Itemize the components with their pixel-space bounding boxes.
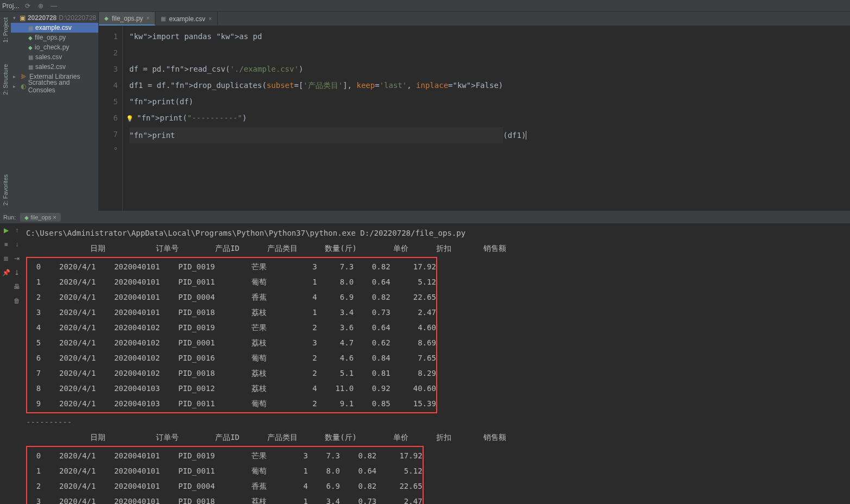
pin-icon[interactable]: 📌: [1, 268, 11, 278]
reload-icon[interactable]: ⟳: [23, 2, 32, 10]
scratches[interactable]: ▸◐ Scratches and Consoles: [11, 81, 98, 91]
run-icon[interactable]: ▶: [1, 225, 11, 235]
side-tab-favorites[interactable]: 2: Favorites: [2, 174, 9, 205]
breadcrumb-bar: Proj... ⟳ ⊕ —: [0, 0, 850, 12]
trash-icon[interactable]: 🗑: [12, 296, 22, 306]
run-toolbar: ▶ ■ ≣ 📌 ↑ ↓ ⇥ ⤓ 🖶 🗑: [0, 223, 23, 504]
down-icon[interactable]: ↓: [12, 240, 22, 249]
wrap-icon[interactable]: ⇥: [12, 254, 22, 263]
side-tab-structure[interactable]: 2: Structure: [2, 64, 9, 95]
tab-example.csv[interactable]: ▦ example.csv ×: [155, 12, 218, 26]
project-root[interactable]: ▾▣ 20220728 D:\20220728: [11, 13, 98, 23]
project-sidebar: ▾▣ 20220728 D:\20220728▦ example.csv◆ fi…: [11, 12, 99, 211]
run-label: Run:: [3, 214, 16, 220]
file-sales2.csv[interactable]: ▦ sales2.csv: [11, 62, 98, 72]
collapse-icon[interactable]: —: [49, 2, 58, 10]
breadcrumb[interactable]: Proj...: [2, 2, 19, 10]
compass-icon[interactable]: ⊕: [36, 2, 45, 10]
print-icon[interactable]: 🖶: [12, 282, 22, 292]
side-tab-project[interactable]: 1: Project: [2, 17, 9, 42]
scroll-icon[interactable]: ⤓: [12, 268, 22, 278]
file-io_check.py[interactable]: ◆ io_check.py: [11, 42, 98, 52]
file-sales.csv[interactable]: ▦ sales.csv: [11, 52, 98, 62]
up-icon[interactable]: ↑: [12, 225, 22, 235]
run-tab[interactable]: ◆ file_ops ×: [20, 213, 60, 222]
console-output[interactable]: C:\Users\Administrator\AppData\Local\Pro…: [23, 223, 850, 504]
line-gutter: 1234567°: [99, 26, 123, 211]
editor-tabbar: ◆ file_ops.py ×▦ example.csv ×: [99, 12, 850, 26]
layout-icon[interactable]: ≣: [1, 254, 11, 263]
close-icon[interactable]: ×: [146, 15, 149, 21]
stop-icon[interactable]: ■: [1, 240, 11, 249]
tab-file_ops.py[interactable]: ◆ file_ops.py ×: [99, 12, 155, 26]
code-area[interactable]: "kw">import pandas "kw">as pddf = pd."fn…: [123, 26, 503, 211]
run-panel: Run: ◆ file_ops × ▶ ■ ≣ 📌 ↑ ↓ ⇥ ⤓ 🖶 🗑 C:…: [0, 211, 850, 504]
file-example.csv[interactable]: ▦ example.csv: [11, 23, 98, 33]
close-icon[interactable]: ×: [209, 16, 212, 22]
left-tool-gutter: 1: Project 2: Structure 2: Favorites: [0, 12, 11, 211]
code-editor[interactable]: 1234567° "kw">import pandas "kw">as pddf…: [99, 26, 850, 211]
file-file_ops.py[interactable]: ◆ file_ops.py: [11, 33, 98, 42]
